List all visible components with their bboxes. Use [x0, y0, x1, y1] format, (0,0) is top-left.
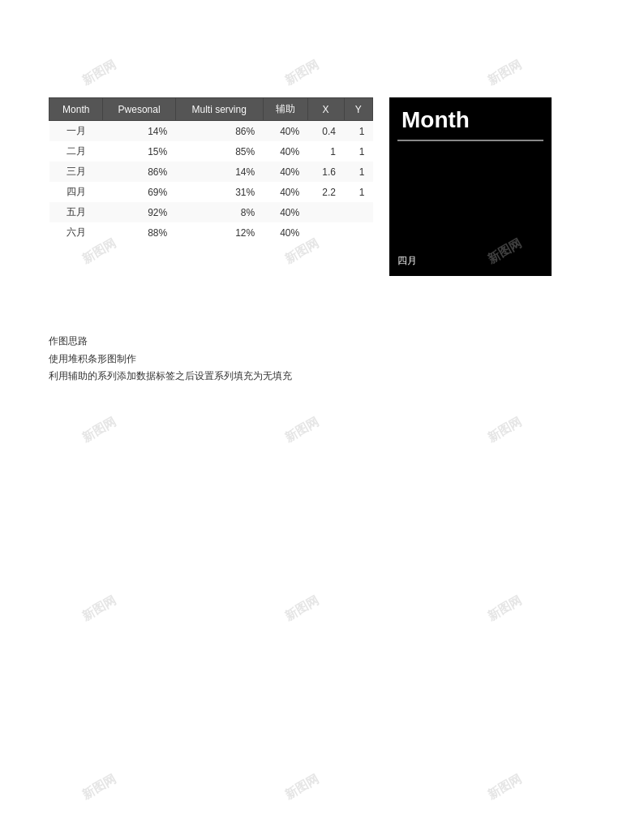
watermark: 新图网: [282, 414, 321, 446]
table-cell: 40%: [263, 222, 307, 243]
col-header-fuzhu: 辅助: [263, 98, 307, 121]
table-cell: 1: [344, 141, 373, 162]
table-cell: 15%: [103, 141, 175, 162]
table-cell: 1.6: [307, 162, 344, 182]
table-cell: 8%: [175, 202, 263, 222]
table-cell: 四月: [49, 182, 103, 202]
table-cell: 86%: [175, 121, 263, 142]
table-cell: 40%: [263, 121, 307, 142]
watermark: 新图网: [282, 593, 321, 624]
notes-line2: 利用辅助的系列添加数据标签之后设置系列填充为无填充: [49, 368, 595, 386]
col-header-multi-serving: Multi serving: [175, 98, 263, 121]
col-header-y: Y: [344, 98, 373, 121]
chart-area: Month 四月: [389, 97, 552, 276]
table-cell: [344, 222, 373, 243]
watermark: 新图网: [79, 593, 118, 624]
col-header-pwesonal: Pwesonal: [103, 98, 175, 121]
watermark: 新图网: [79, 414, 118, 446]
main-content: Month Pwesonal Multi serving 辅助 X Y 一月14…: [0, 0, 644, 308]
col-header-x: X: [307, 98, 344, 121]
chart-title: Month: [389, 97, 552, 140]
table-row: 六月88%12%40%: [49, 222, 373, 243]
table-row: 四月69%31%40%2.21: [49, 182, 373, 202]
chart-inner: [389, 141, 552, 222]
table-cell: 一月: [49, 121, 103, 142]
table-cell: 0.4: [307, 121, 344, 142]
chart-bottom-label: 四月: [389, 250, 425, 272]
table-cell: 86%: [103, 162, 175, 182]
table-cell: 六月: [49, 222, 103, 243]
table-cell: 1: [344, 162, 373, 182]
table-cell: [307, 222, 344, 243]
data-table: Month Pwesonal Multi serving 辅助 X Y 一月14…: [49, 97, 373, 243]
notes-section: 作图思路 使用堆积条形图制作 利用辅助的系列添加数据标签之后设置系列填充为无填充: [0, 333, 644, 386]
watermark: 新图网: [485, 771, 524, 803]
table-cell: 92%: [103, 202, 175, 222]
table-cell: 1: [344, 121, 373, 142]
table-cell: [307, 202, 344, 222]
table-cell: 31%: [175, 182, 263, 202]
watermark: 新图网: [485, 593, 524, 624]
table-cell: 14%: [103, 121, 175, 142]
table-cell: 五月: [49, 202, 103, 222]
table-cell: 40%: [263, 182, 307, 202]
table-cell: 2.2: [307, 182, 344, 202]
watermark: 新图网: [79, 771, 118, 803]
table-cell: [344, 202, 373, 222]
table-cell: 69%: [103, 182, 175, 202]
table-row: 五月92%8%40%: [49, 202, 373, 222]
notes-line1: 使用堆积条形图制作: [49, 351, 595, 369]
table-cell: 1: [344, 182, 373, 202]
table-row: 一月14%86%40%0.41: [49, 121, 373, 142]
table-cell: 二月: [49, 141, 103, 162]
table-cell: 40%: [263, 202, 307, 222]
table-cell: 40%: [263, 141, 307, 162]
table-cell: 40%: [263, 162, 307, 182]
watermark: 新图网: [282, 771, 321, 803]
table-row: 三月86%14%40%1.61: [49, 162, 373, 182]
notes-title: 作图思路: [49, 333, 595, 351]
table-cell: 12%: [175, 222, 263, 243]
table-cell: 三月: [49, 162, 103, 182]
watermark: 新图网: [485, 414, 524, 446]
table-cell: 14%: [175, 162, 263, 182]
table-cell: 88%: [103, 222, 175, 243]
table-cell: 85%: [175, 141, 263, 162]
col-header-month: Month: [49, 98, 103, 121]
table-row: 二月15%85%40%11: [49, 141, 373, 162]
table-cell: 1: [307, 141, 344, 162]
